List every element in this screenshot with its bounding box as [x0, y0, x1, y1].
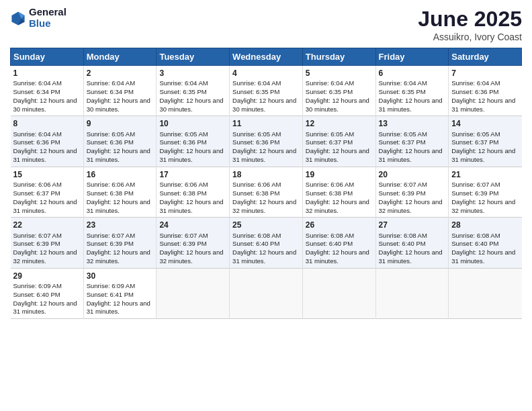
day-number: 4: [232, 68, 300, 79]
daylight-label: Daylight: 12 hours and 31 minutes.: [87, 300, 150, 316]
table-row: 8Sunrise: 6:04 AMSunset: 6:36 PMDaylight…: [11, 116, 84, 167]
sunrise-label: Sunrise: 6:07 AM: [451, 181, 500, 188]
logo-line2: Blue: [29, 18, 66, 30]
day-number: 21: [451, 169, 519, 180]
day-number: 18: [232, 169, 300, 180]
day-number: 22: [13, 220, 81, 230]
sunset-label: Sunset: 6:38 PM: [87, 189, 134, 197]
sunrise-label: Sunrise: 6:08 AM: [306, 232, 354, 239]
sunrise-label: Sunrise: 6:06 AM: [306, 181, 354, 188]
sunset-label: Sunset: 6:39 PM: [13, 240, 60, 247]
sunset-label: Sunset: 6:38 PM: [306, 189, 353, 197]
calendar-body: 1Sunrise: 6:04 AMSunset: 6:34 PMDaylight…: [11, 66, 522, 319]
sunset-label: Sunset: 6:36 PM: [13, 138, 60, 146]
daylight-label: Daylight: 12 hours and 31 minutes.: [451, 248, 515, 265]
daylight-label: Daylight: 12 hours and 31 minutes.: [451, 147, 515, 163]
sunrise-label: Sunrise: 6:04 AM: [232, 79, 281, 87]
daylight-label: Daylight: 12 hours and 30 minutes.: [159, 97, 223, 113]
sunrise-label: Sunrise: 6:08 AM: [379, 232, 427, 239]
table-row: 13Sunrise: 6:05 AMSunset: 6:37 PMDayligh…: [375, 116, 449, 167]
sunrise-label: Sunrise: 6:04 AM: [87, 79, 135, 87]
table-row: 11Sunrise: 6:05 AMSunset: 6:36 PMDayligh…: [230, 116, 303, 167]
sunrise-label: Sunrise: 6:05 AM: [87, 130, 135, 138]
daylight-label: Daylight: 12 hours and 31 minutes.: [87, 198, 150, 214]
sunrise-label: Sunrise: 6:09 AM: [13, 282, 62, 289]
table-row: 25Sunrise: 6:08 AMSunset: 6:40 PMDayligh…: [230, 218, 303, 268]
day-number: 28: [451, 220, 519, 230]
day-number: 17: [159, 169, 226, 180]
day-number: 16: [87, 169, 154, 180]
sunrise-label: Sunrise: 6:05 AM: [159, 130, 208, 138]
sunset-label: Sunset: 6:34 PM: [13, 88, 60, 95]
table-row: 22Sunrise: 6:07 AMSunset: 6:39 PMDayligh…: [11, 218, 84, 268]
daylight-label: Daylight: 12 hours and 31 minutes.: [306, 248, 369, 265]
col-thursday: Thursday: [302, 48, 375, 66]
sunset-label: Sunset: 6:35 PM: [159, 88, 206, 95]
sunrise-label: Sunrise: 6:05 AM: [232, 130, 281, 138]
sunrise-label: Sunrise: 6:06 AM: [87, 181, 135, 188]
col-monday: Monday: [83, 48, 157, 66]
calendar-table: Sunday Monday Tuesday Wednesday Thursday…: [10, 48, 522, 319]
sunrise-label: Sunrise: 6:06 AM: [232, 181, 281, 188]
sunrise-label: Sunrise: 6:04 AM: [379, 79, 427, 87]
day-number: 15: [13, 169, 81, 180]
daylight-label: Daylight: 12 hours and 31 minutes.: [232, 147, 296, 163]
table-row: 15Sunrise: 6:06 AMSunset: 6:37 PMDayligh…: [11, 167, 84, 217]
sunset-label: Sunset: 6:34 PM: [87, 88, 134, 95]
daylight-label: Daylight: 12 hours and 32 minutes.: [232, 198, 296, 214]
sunset-label: Sunset: 6:37 PM: [379, 138, 426, 146]
calendar-container: General Blue June 2025 Assuikro, Ivory C…: [0, 0, 532, 411]
logo-line1: General: [29, 7, 66, 18]
sunrise-label: Sunrise: 6:07 AM: [13, 232, 62, 239]
calendar-header: Sunday Monday Tuesday Wednesday Thursday…: [11, 48, 522, 66]
sunset-label: Sunset: 6:38 PM: [232, 189, 279, 197]
sunrise-label: Sunrise: 6:04 AM: [306, 79, 354, 87]
day-number: 11: [232, 118, 300, 129]
table-row: 4Sunrise: 6:04 AMSunset: 6:35 PMDaylight…: [230, 66, 303, 116]
page-header: General Blue June 2025 Assuikro, Ivory C…: [10, 7, 522, 42]
table-row: 14Sunrise: 6:05 AMSunset: 6:37 PMDayligh…: [449, 116, 522, 167]
daylight-label: Daylight: 12 hours and 31 minutes.: [379, 248, 443, 265]
sunset-label: Sunset: 6:37 PM: [306, 138, 353, 146]
table-row: 23Sunrise: 6:07 AMSunset: 6:39 PMDayligh…: [83, 218, 157, 268]
daylight-label: Daylight: 12 hours and 31 minutes.: [13, 198, 77, 214]
logo: General Blue: [10, 7, 66, 29]
table-row: 16Sunrise: 6:06 AMSunset: 6:38 PMDayligh…: [83, 167, 157, 217]
sunset-label: Sunset: 6:35 PM: [306, 88, 353, 95]
sunrise-label: Sunrise: 6:06 AM: [159, 181, 208, 188]
daylight-label: Daylight: 12 hours and 31 minutes.: [13, 147, 77, 163]
day-number: 24: [159, 220, 226, 230]
daylight-label: Daylight: 12 hours and 30 minutes.: [13, 97, 77, 113]
daylight-label: Daylight: 12 hours and 31 minutes.: [379, 97, 443, 113]
table-row: 29Sunrise: 6:09 AMSunset: 6:40 PMDayligh…: [11, 268, 84, 318]
sunrise-label: Sunrise: 6:07 AM: [87, 232, 135, 239]
table-row: 6Sunrise: 6:04 AMSunset: 6:35 PMDaylight…: [375, 66, 449, 116]
table-row: 7Sunrise: 6:04 AMSunset: 6:36 PMDaylight…: [449, 66, 522, 116]
day-number: 8: [13, 118, 81, 129]
day-number: 23: [87, 220, 154, 230]
day-number: 7: [451, 68, 519, 79]
day-number: 19: [306, 169, 373, 180]
day-number: 10: [159, 118, 226, 129]
day-number: 30: [87, 271, 154, 281]
sunrise-label: Sunrise: 6:08 AM: [451, 232, 500, 239]
col-friday: Friday: [375, 48, 449, 66]
day-number: 1: [13, 68, 81, 79]
table-row: [230, 268, 303, 318]
table-row: 2Sunrise: 6:04 AMSunset: 6:34 PMDaylight…: [83, 66, 157, 116]
day-number: 12: [306, 118, 373, 129]
logo-icon: [10, 10, 26, 26]
sunset-label: Sunset: 6:36 PM: [232, 138, 279, 146]
day-number: 29: [13, 271, 81, 281]
table-row: 17Sunrise: 6:06 AMSunset: 6:38 PMDayligh…: [157, 167, 230, 217]
daylight-label: Daylight: 12 hours and 30 minutes.: [232, 97, 296, 113]
table-row: 26Sunrise: 6:08 AMSunset: 6:40 PMDayligh…: [302, 218, 375, 268]
sunset-label: Sunset: 6:40 PM: [13, 291, 60, 298]
sunrise-label: Sunrise: 6:08 AM: [232, 232, 281, 239]
table-row: 10Sunrise: 6:05 AMSunset: 6:36 PMDayligh…: [157, 116, 230, 167]
col-sunday: Sunday: [11, 48, 84, 66]
sunset-label: Sunset: 6:37 PM: [451, 138, 498, 146]
table-row: 12Sunrise: 6:05 AMSunset: 6:37 PMDayligh…: [302, 116, 375, 167]
sunset-label: Sunset: 6:39 PM: [159, 240, 206, 247]
sunrise-label: Sunrise: 6:05 AM: [451, 130, 500, 138]
